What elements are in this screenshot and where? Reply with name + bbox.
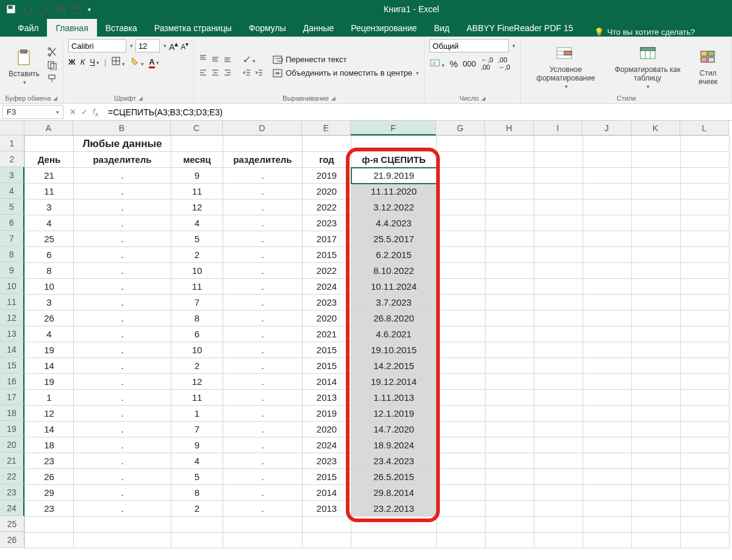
cell[interactable] (437, 326, 486, 342)
tab-file[interactable]: Файл (9, 19, 47, 37)
row-header[interactable]: 8 (0, 246, 24, 262)
row-header[interactable]: 18 (0, 405, 24, 421)
col-header-C[interactable]: C (171, 121, 223, 135)
cell[interactable] (583, 136, 632, 152)
cell[interactable] (632, 469, 681, 485)
col-header-K[interactable]: K (631, 121, 680, 135)
row-header[interactable]: 22 (0, 468, 24, 484)
cell[interactable] (632, 247, 681, 263)
cell[interactable]: 14.2.2015 (351, 358, 437, 374)
copy-icon[interactable] (47, 60, 58, 72)
align-bottom-icon[interactable] (223, 54, 232, 65)
percent-icon[interactable]: % (450, 59, 458, 69)
cell[interactable]: 12 (171, 374, 223, 390)
bold-button[interactable]: Ж (68, 57, 76, 66)
cell[interactable] (583, 215, 632, 231)
fill-color-icon[interactable]: ▾ (130, 56, 144, 68)
increase-decimal-icon[interactable]: ←,0,00 (481, 56, 493, 71)
cell[interactable]: 10 (171, 263, 223, 279)
cell[interactable]: 21.9.2019 (351, 168, 437, 184)
cell[interactable] (632, 168, 681, 184)
cell[interactable]: 1 (171, 406, 223, 422)
cell[interactable] (534, 533, 583, 548)
cell[interactable]: 26.5.2015 (351, 469, 437, 485)
col-header-J[interactable]: J (583, 121, 631, 135)
font-color-icon[interactable]: A▾ (149, 57, 159, 66)
cell[interactable]: . (74, 326, 171, 342)
cancel-icon[interactable]: ✕ (70, 107, 76, 117)
cell[interactable]: 8 (171, 485, 223, 501)
cell[interactable] (534, 501, 583, 517)
format-painter-icon[interactable] (47, 74, 58, 85)
cell[interactable]: разделитель (74, 152, 171, 168)
cell[interactable] (681, 184, 730, 199)
cell[interactable]: 14 (25, 422, 74, 437)
cell[interactable] (632, 390, 681, 406)
cell[interactable] (632, 263, 681, 279)
cell[interactable] (437, 152, 486, 168)
cell[interactable]: . (74, 199, 171, 215)
cell[interactable]: . (223, 168, 303, 184)
col-header-B[interactable]: B (73, 121, 171, 135)
cell[interactable]: 26 (25, 311, 74, 326)
cell[interactable] (534, 279, 583, 295)
cell[interactable] (583, 342, 632, 358)
cell[interactable]: 10.11.2024 (351, 279, 437, 295)
launcher-icon[interactable]: ◢ (53, 95, 57, 101)
cell[interactable]: 1.11.2013 (351, 390, 437, 406)
cell[interactable] (632, 374, 681, 390)
select-all-corner[interactable] (0, 121, 24, 135)
cell[interactable] (583, 263, 632, 279)
cell[interactable]: . (74, 311, 171, 326)
cell[interactable] (486, 485, 534, 501)
cell[interactable] (437, 453, 486, 469)
cell[interactable]: 14 (25, 358, 74, 374)
cell[interactable]: 2013 (303, 501, 351, 517)
cell[interactable]: . (223, 390, 303, 406)
cell[interactable]: 6.2.2015 (351, 247, 437, 263)
cell[interactable] (583, 184, 632, 199)
tell-me[interactable]: 💡 Что вы хотите сделать? (594, 27, 695, 37)
cell[interactable] (583, 437, 632, 453)
borders-icon[interactable]: ▾ (111, 56, 125, 68)
cell[interactable]: 8 (171, 311, 223, 326)
row-header[interactable]: 21 (0, 453, 24, 468)
cell[interactable] (583, 422, 632, 437)
cell[interactable] (437, 311, 486, 326)
cell[interactable]: . (74, 247, 171, 263)
cell[interactable]: . (223, 295, 303, 311)
align-middle-icon[interactable] (211, 54, 220, 65)
cell[interactable] (632, 533, 681, 548)
row-header[interactable]: 1 (0, 135, 24, 151)
cell[interactable] (632, 136, 681, 152)
cell[interactable] (437, 422, 486, 437)
col-header-D[interactable]: D (223, 121, 302, 135)
cell[interactable]: 2021 (303, 326, 351, 342)
cell[interactable]: 4 (171, 453, 223, 469)
cell[interactable] (351, 533, 437, 548)
cell[interactable] (534, 152, 583, 168)
cell[interactable] (632, 215, 681, 231)
cell[interactable]: . (223, 469, 303, 485)
cell[interactable] (534, 390, 583, 406)
cell[interactable]: 10 (25, 279, 74, 295)
cell[interactable] (534, 469, 583, 485)
cell[interactable] (632, 295, 681, 311)
cell[interactable]: 8 (25, 263, 74, 279)
cell[interactable]: 8.10.2022 (351, 263, 437, 279)
cell[interactable]: 5 (171, 231, 223, 247)
cell[interactable]: 2013 (303, 390, 351, 406)
cut-icon[interactable] (47, 47, 58, 59)
cell[interactable] (437, 199, 486, 215)
cell[interactable] (303, 533, 351, 548)
cell[interactable]: 2020 (303, 422, 351, 437)
row-header[interactable]: 7 (0, 231, 24, 246)
cell[interactable] (534, 184, 583, 199)
cell[interactable]: . (223, 453, 303, 469)
cell[interactable]: 18 (25, 437, 74, 453)
cell[interactable]: 23 (25, 453, 74, 469)
col-header-I[interactable]: I (534, 121, 583, 135)
fx-icon[interactable]: fx (93, 107, 98, 118)
cell[interactable] (437, 374, 486, 390)
row-header[interactable]: 14 (0, 342, 24, 357)
